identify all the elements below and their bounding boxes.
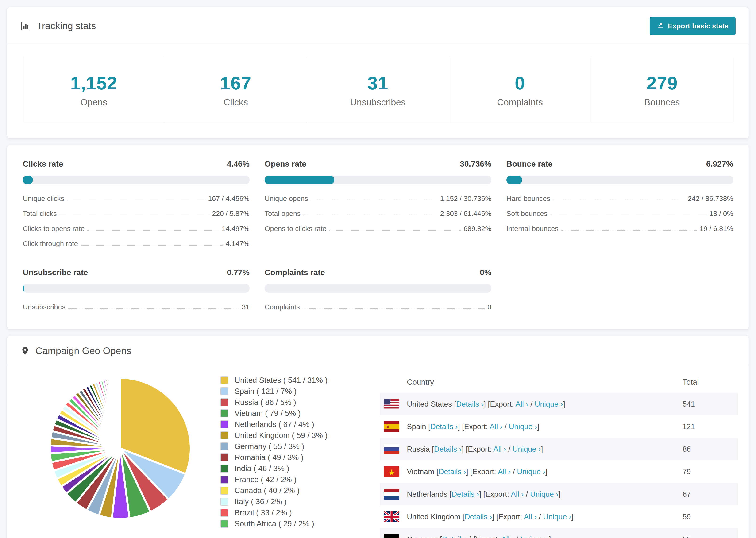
export-all-link[interactable]: All ›	[515, 400, 528, 408]
rate-title: Opens rate	[265, 159, 306, 169]
details-link[interactable]: Details ›	[464, 512, 492, 521]
stat-row-label: Internal bounces	[507, 225, 559, 233]
export-all-link[interactable]: All ›	[511, 490, 524, 498]
legend-swatch	[220, 454, 229, 461]
export-all-link[interactable]: All ›	[524, 512, 537, 521]
export-unique-link[interactable]: Unique ›	[530, 490, 559, 498]
rate-title: Complaints rate	[265, 268, 325, 277]
stat-row-value: 1,152 / 30.736%	[440, 194, 491, 202]
stat-row-value: 0	[487, 303, 491, 311]
export-unique-link[interactable]: Unique ›	[535, 400, 563, 408]
stat-row-value: 14.497%	[222, 225, 249, 233]
export-all-link[interactable]: All ›	[498, 467, 511, 476]
progress-bar-fill	[23, 284, 25, 293]
details-link[interactable]: Details ›	[456, 400, 484, 408]
export-unique-link[interactable]: Unique ›	[509, 422, 537, 431]
legend-label: Italy ( 36 / 2% )	[235, 497, 287, 506]
slash: /	[506, 445, 513, 453]
stat-row: Hard bounces242 / 86.738%	[507, 194, 733, 202]
country-cell: United Kingdom [Details ›] [Export: All …	[404, 506, 679, 528]
legend-label: India ( 46 / 3% )	[235, 464, 289, 473]
stat-row: Complaints0	[265, 303, 491, 311]
dotted-leader	[303, 215, 437, 215]
stat-row: Clicks to opens rate14.497%	[23, 225, 249, 233]
rate-rows: Unique clicks167 / 4.456%Total clicks220…	[23, 194, 249, 248]
details-link[interactable]: Details ›	[439, 467, 466, 476]
flag-vn-icon	[380, 460, 404, 483]
country-cell: Vietnam [Details ›] [Export: All › / Uni…	[404, 460, 679, 483]
total-cell: 121	[679, 415, 738, 438]
export-unique-link[interactable]: Unique ›	[517, 467, 545, 476]
country-name: Netherlands	[407, 490, 448, 498]
bracket: ]	[571, 512, 573, 521]
legend-item-5: United Kingdom ( 59 / 3% )	[220, 431, 352, 440]
dotted-leader	[303, 308, 485, 309]
country-cell: Netherlands [Details ›] [Export: All › /…	[404, 483, 679, 506]
progress-bar-track	[507, 176, 733, 184]
stat-row: Soft bounces18 / 0%	[507, 210, 733, 218]
dotted-leader	[311, 200, 437, 200]
country-name: Germany	[407, 535, 438, 538]
bracket: ]	[563, 400, 565, 408]
export-button-label: Export basic stats	[668, 22, 729, 30]
stat-row-value: 689.82%	[464, 225, 491, 233]
stat-row-label: Complaints	[265, 303, 300, 311]
export-basic-stats-button[interactable]: Export basic stats	[650, 17, 735, 35]
stat-row-label: Clicks to opens rate	[23, 225, 84, 233]
dotted-leader	[67, 200, 205, 200]
export-unique-link[interactable]: Unique ›	[513, 445, 541, 453]
stat-row-value: 2,303 / 61.446%	[440, 210, 491, 218]
export-label: ] [Export:	[479, 490, 511, 498]
details-link[interactable]: Details ›	[452, 490, 479, 498]
legend-item-13: South Africa ( 29 / 2% )	[220, 519, 352, 528]
page: { "tracking": { "title": "Tracking stats…	[0, 0, 756, 538]
total-cell: 67	[679, 483, 738, 506]
dotted-leader	[550, 215, 706, 215]
stat-row-label: Soft bounces	[507, 210, 548, 218]
legend-label: Vietnam ( 79 / 5% )	[235, 409, 301, 418]
stat-value: 31	[367, 73, 388, 94]
legend-swatch	[220, 520, 229, 528]
legend-swatch	[220, 464, 229, 472]
stat-row-value: 18 / 0%	[709, 210, 733, 218]
export-all-link[interactable]: All ›	[501, 535, 514, 538]
rate-value: 6.927%	[706, 159, 733, 169]
legend-label: Brazil ( 33 / 2% )	[235, 508, 292, 517]
stat-box-opens: 1,152Opens	[23, 57, 165, 123]
export-unique-link[interactable]: Unique ›	[543, 512, 571, 521]
stat-row-value: 4.147%	[226, 240, 249, 248]
total-cell: 79	[679, 460, 738, 483]
legend-item-6: Germany ( 55 / 3% )	[220, 442, 352, 451]
legend-label: Spain ( 121 / 7% )	[235, 387, 297, 396]
legend-label: France ( 42 / 2% )	[235, 475, 297, 484]
table-row-ru: Russia [Details ›] [Export: All › / Uniq…	[380, 438, 738, 460]
progress-bar-fill	[23, 176, 33, 184]
export-label: ] [Export:	[484, 400, 515, 408]
stat-label: Clicks	[224, 97, 248, 108]
stat-row-label: Hard bounces	[507, 194, 550, 202]
details-link[interactable]: Details ›	[442, 535, 469, 538]
export-all-link[interactable]: All ›	[493, 445, 506, 453]
slash: /	[503, 422, 509, 431]
details-link[interactable]: Details ›	[430, 422, 458, 431]
geo-header: Campaign Geo Opens	[7, 336, 749, 366]
rate-head: Unsubscribe rate0.77%	[23, 268, 249, 277]
country-cell: Germany [Details ›] [Export: All › / Uni…	[404, 528, 679, 538]
stat-box-clicks: 167Clicks	[165, 57, 307, 123]
geo-table: Country Total United States [Details ›] …	[380, 374, 738, 538]
legend-swatch	[220, 376, 229, 384]
bracket: [	[460, 512, 465, 521]
export-icon	[657, 21, 664, 30]
page-title: Tracking stats	[21, 21, 96, 31]
stat-row-label: Unsubscribes	[23, 303, 66, 311]
legend-item-7: Romania ( 49 / 3% )	[220, 453, 352, 462]
rate-title: Clicks rate	[23, 159, 63, 169]
slash: /	[537, 512, 543, 521]
details-link[interactable]: Details ›	[434, 445, 461, 453]
export-all-link[interactable]: All ›	[490, 422, 503, 431]
overview-stats-row: 1,152Opens167Clicks31Unsubscribes0Compla…	[23, 57, 733, 123]
export-unique-link[interactable]: Unique ›	[520, 535, 549, 538]
legend-item-4: Netherlands ( 67 / 4% )	[220, 420, 352, 429]
legend-label: United Kingdom ( 59 / 3% )	[235, 431, 328, 440]
progress-bar-fill	[507, 176, 522, 184]
